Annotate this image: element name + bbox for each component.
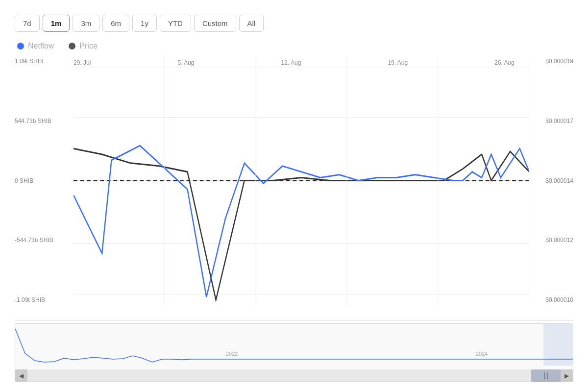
y-right-5: $0.000010 [529, 296, 573, 303]
legend-netflow: Netflow [17, 42, 54, 50]
minimap-selection [543, 324, 573, 366]
y-left-2: 544.73b SHIB [15, 118, 74, 124]
chart-wrapper: 1.09t SHIB 544.73b SHIB 0 SHIB -544.73b … [15, 55, 573, 382]
y-axis-right: $0.000019 $0.000017 $0.000014 $0.000012 … [529, 55, 573, 306]
chart-svg: IntoTheBlock [74, 55, 529, 306]
scroll-track[interactable] [27, 369, 561, 382]
y-right-1: $0.000019 [529, 58, 573, 65]
time-btn-6m[interactable]: 6m [102, 15, 129, 32]
minimap-label-2024: 2024 [476, 351, 488, 357]
page-container: 7d1m3m6m1yYTDCustomAll Netflow Price 1.0… [0, 0, 588, 392]
price-dot [69, 43, 75, 49]
time-btn-1y[interactable]: 1y [132, 15, 157, 32]
minimap-scrollbar: ◀ ▶ [15, 369, 573, 382]
y-left-1: 1.09t SHIB [15, 58, 74, 65]
scroll-right-btn[interactable]: ▶ [561, 369, 573, 382]
svg-chart-container: IntoTheBlock [74, 55, 529, 306]
y-left-4: -544.73b SHIB [15, 237, 74, 244]
netflow-label: Netflow [28, 42, 54, 50]
legend-price: Price [69, 42, 97, 50]
y-left-5: -1.09t SHIB [15, 296, 74, 303]
price-label: Price [79, 42, 97, 50]
main-chart: 1.09t SHIB 544.73b SHIB 0 SHIB -544.73b … [15, 55, 573, 321]
y-left-3: 0 SHIB [15, 177, 74, 184]
minimap-svg [15, 324, 573, 366]
netflow-line [74, 146, 529, 297]
grip-line-1 [544, 372, 545, 379]
netflow-dot [17, 43, 24, 49]
legend: Netflow Price [15, 42, 573, 50]
time-btn-7d[interactable]: 7d [15, 15, 40, 32]
minimap: 2022 2024 ◀ ▶ [15, 323, 573, 382]
time-range-bar: 7d1m3m6m1yYTDCustomAll [15, 15, 573, 32]
scroll-thumb[interactable] [531, 369, 561, 382]
time-btn-all[interactable]: All [239, 15, 264, 32]
y-right-3: $0.000014 [529, 177, 573, 184]
grip-line-2 [547, 372, 548, 379]
minimap-label-2022: 2022 [226, 351, 238, 357]
svg-text:IntoTheBlock: IntoTheBlock [74, 55, 157, 63]
scroll-left-btn[interactable]: ◀ [15, 369, 27, 382]
time-btn-ytd[interactable]: YTD [160, 15, 191, 32]
time-btn-custom[interactable]: Custom [194, 15, 236, 32]
watermark: IntoTheBlock [74, 55, 157, 63]
time-btn-1m[interactable]: 1m [43, 15, 70, 32]
time-btn-3m[interactable]: 3m [73, 15, 99, 32]
y-right-4: $0.000012 [529, 237, 573, 244]
y-axis-left: 1.09t SHIB 544.73b SHIB 0 SHIB -544.73b … [15, 55, 74, 306]
y-right-2: $0.000017 [529, 118, 573, 124]
